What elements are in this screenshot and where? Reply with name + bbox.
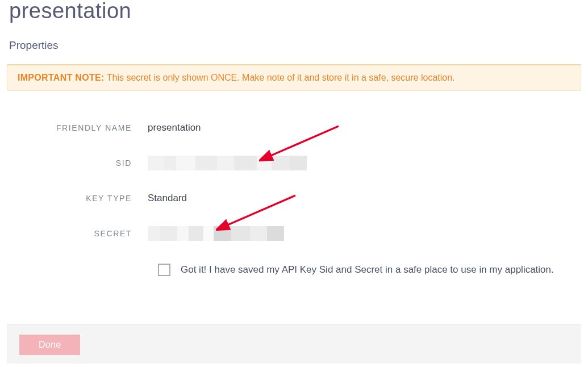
value-friendly-name: presentation (148, 122, 201, 134)
properties-form: FRIENDLY NAME presentation SID KEY TYPE … (0, 111, 588, 276)
section-title: Properties (0, 23, 588, 52)
value-sid-redacted (148, 156, 307, 170)
alert-strong: IMPORTANT NOTE: (18, 73, 105, 82)
row-friendly-name: FRIENDLY NAME presentation (0, 111, 588, 144)
row-key-type: KEY TYPE Standard (0, 182, 588, 215)
value-secret-redacted (148, 226, 284, 241)
label-sid: SID (0, 159, 148, 168)
row-sid: SID (0, 147, 588, 180)
page-title: presentation (0, 0, 588, 23)
footer-bar: Done (7, 324, 581, 364)
label-key-type: KEY TYPE (0, 194, 148, 203)
value-key-type: Standard (148, 193, 187, 204)
confirm-label: Got it! I have saved my API Key Sid and … (181, 264, 554, 276)
label-friendly-name: FRIENDLY NAME (0, 123, 148, 132)
important-note-alert: IMPORTANT NOTE: This secret is only show… (7, 64, 581, 91)
alert-text: This secret is only shown ONCE. Make not… (105, 73, 455, 82)
row-confirm: Got it! I have saved my API Key Sid and … (158, 264, 588, 276)
row-secret: SECRET (0, 217, 588, 250)
label-secret: SECRET (0, 229, 148, 238)
confirm-checkbox[interactable] (158, 264, 170, 276)
done-button[interactable]: Done (19, 335, 80, 355)
